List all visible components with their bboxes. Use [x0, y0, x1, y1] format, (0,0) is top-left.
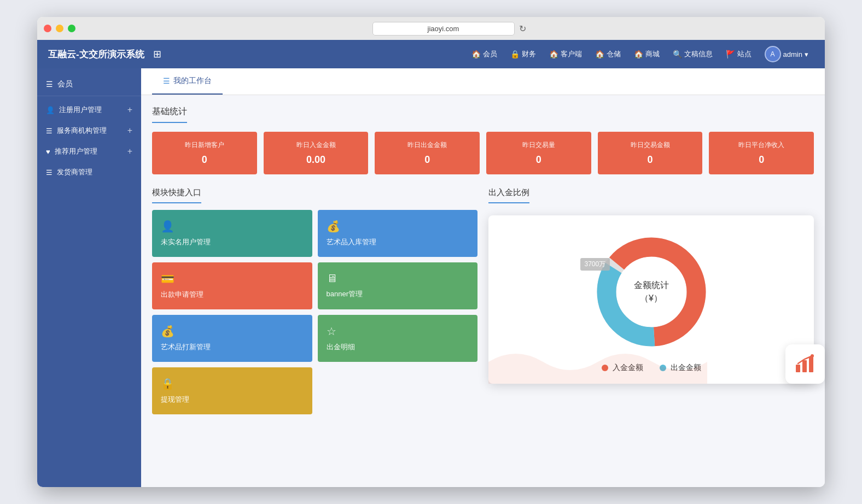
- sidebar-label-service: 服务商机构管理: [57, 126, 107, 136]
- section-title-basic: 基础统计: [152, 106, 187, 123]
- user-circle-icon: 👤: [161, 220, 174, 233]
- browser-close-btn[interactable]: [44, 25, 51, 32]
- quick-card-withdraw[interactable]: 🔒 提现管理: [152, 367, 312, 414]
- sidebar-item-service-org[interactable]: ☰ 服务商机构管理 +: [37, 120, 141, 141]
- quick-card-payment[interactable]: 💳 出款申请管理: [152, 262, 312, 309]
- grid-icon: ☰: [46, 127, 53, 135]
- stat-value-3: 0: [493, 154, 585, 166]
- sidebar-header: ☰ 会员: [37, 74, 141, 96]
- legend-label-outflow: 出金金额: [671, 363, 701, 373]
- stat-title-2: 昨日出金金额: [381, 140, 473, 150]
- content-area: ☰ 我的工作台 基础统计 昨日新增客户 0 昨日入金金额: [141, 68, 825, 487]
- nav-item-shop[interactable]: 🏠 商城: [628, 46, 665, 62]
- browser-maximize-btn[interactable]: [68, 25, 75, 32]
- stat-title-0: 昨日新增客户: [159, 140, 251, 150]
- svg-rect-5: [802, 360, 807, 372]
- sidebar-label-distributor: 发货商管理: [57, 167, 92, 177]
- legend-dot-inflow: [602, 365, 608, 371]
- plus-icon-service[interactable]: +: [127, 126, 132, 136]
- sidebar-item-recommend-user[interactable]: ♥ 推荐用户管理 +: [37, 141, 141, 162]
- quick-label-outflow-detail: 出金明细: [327, 342, 355, 352]
- nav-label-finance: 财务: [522, 49, 536, 59]
- coin2-icon: 💰: [161, 325, 174, 338]
- nav-item-member[interactable]: 🏠 会员: [466, 46, 503, 62]
- home-icon: 🏠: [471, 50, 481, 58]
- brand-title: 互融云-文交所演示系统: [48, 48, 144, 61]
- home4-icon: 🏠: [634, 50, 643, 58]
- pie-chart-wrapper: 金额统计（¥） 3700万: [591, 232, 712, 352]
- pie-chart-section: 出入金比例: [488, 187, 814, 414]
- quick-grid: 👤 未实名用户管理 💰 艺术品入库管理 💳 出款申请管理: [152, 210, 477, 414]
- nav-item-finance[interactable]: 🔒 财务: [505, 46, 541, 62]
- plus-icon-recommend[interactable]: +: [127, 146, 132, 156]
- stats-row: 昨日新增客户 0 昨日入金金额 0.00 昨日出金金额 0 昨日交易量: [152, 132, 814, 174]
- sidebar-item-distributor[interactable]: ☰ 发货商管理: [37, 162, 141, 183]
- floating-chart-button[interactable]: [785, 344, 825, 384]
- stat-title-3: 昨日交易量: [493, 140, 585, 150]
- lock2-icon: 🔒: [161, 377, 174, 390]
- browser-minimize-btn[interactable]: [56, 25, 63, 32]
- dashboard: 基础统计 昨日新增客户 0 昨日入金金额 0.00 昨日出金金额: [141, 95, 825, 487]
- sidebar-label-recommend: 推荐用户管理: [55, 146, 97, 156]
- address-bar: jiaoyi.com ↻: [80, 22, 818, 36]
- menu-icon: ☰: [46, 80, 53, 89]
- legend-dot-outflow: [660, 365, 666, 371]
- pie-label-3700: 3700万: [580, 258, 610, 271]
- plus-icon-register[interactable]: +: [127, 105, 132, 115]
- grid2-icon: ☰: [46, 168, 53, 177]
- star-icon: ☆: [327, 325, 336, 338]
- sidebar-label-register: 注册用户管理: [59, 105, 102, 115]
- stat-value-2: 0: [381, 154, 473, 166]
- top-navigation: 互融云-文交所演示系统 ⊞ 🏠 会员 🔒 财务 🏠 客户端 🏠 仓储: [37, 40, 825, 68]
- reload-button[interactable]: ↻: [519, 24, 526, 34]
- quick-label-payment: 出款申请管理: [161, 290, 203, 300]
- heart-icon: ♥: [46, 148, 50, 156]
- nav-item-docs[interactable]: 🔍 文稿信息: [667, 46, 718, 62]
- dropdown-icon: ▾: [805, 50, 808, 58]
- sidebar-item-register-user[interactable]: 👤 注册用户管理 +: [37, 99, 141, 120]
- tab-bar: ☰ 我的工作台: [141, 68, 825, 95]
- quick-card-artwork-in[interactable]: 💰 艺术品入库管理: [318, 210, 478, 257]
- nav-item-client[interactable]: 🏠 客户端: [544, 46, 587, 62]
- nav-label-member: 会员: [483, 49, 497, 59]
- username-label: admin: [783, 50, 802, 58]
- stat-title-5: 昨日平台净收入: [715, 140, 807, 150]
- nav-label-shop: 商城: [645, 49, 660, 59]
- quick-label-withdraw: 提现管理: [161, 395, 189, 405]
- stat-value-0: 0: [159, 154, 251, 166]
- monitor-icon: 🖥: [327, 272, 337, 285]
- sidebar-header-label: 会员: [57, 79, 73, 89]
- legend-outflow: 出金金额: [660, 363, 701, 373]
- sidebar: ☰ 会员 👤 注册用户管理 + ☰ 服务商机构管理 +: [37, 68, 141, 487]
- tab-label: 我的工作台: [173, 76, 212, 86]
- url-input[interactable]: jiaoyi.com: [372, 22, 515, 36]
- bar-chart-icon: [794, 353, 817, 376]
- expand-icon[interactable]: ⊞: [153, 48, 161, 60]
- search-icon: 🔍: [673, 50, 682, 58]
- pie-legend: 入金金额 出金金额: [602, 363, 701, 373]
- stat-value-5: 0: [715, 154, 807, 166]
- tab-workbench[interactable]: ☰ 我的工作台: [152, 68, 223, 95]
- tab-icon: ☰: [163, 77, 170, 85]
- quick-access-section: 模块快捷入口 👤 未实名用户管理 💰 艺术品入库管理: [152, 187, 477, 414]
- quick-card-unverified[interactable]: 👤 未实名用户管理: [152, 210, 312, 257]
- nav-item-warehouse[interactable]: 🏠 仓储: [590, 46, 626, 62]
- stat-title-1: 昨日入金金额: [270, 140, 362, 150]
- quick-card-artwork-new[interactable]: 💰 艺术品打新管理: [152, 315, 312, 362]
- stat-title-4: 昨日交易金额: [604, 140, 696, 150]
- pie-center-text: 金额统计（¥）: [634, 279, 669, 305]
- quick-label-artwork-in: 艺术品入库管理: [327, 237, 376, 247]
- quick-card-outflow-detail[interactable]: ☆ 出金明细: [318, 315, 478, 362]
- stat-new-customers: 昨日新增客户 0: [152, 132, 257, 174]
- stat-value-4: 0: [604, 154, 696, 166]
- nav-item-site[interactable]: 🚩 站点: [720, 46, 757, 62]
- home2-icon: 🏠: [549, 50, 558, 58]
- svg-rect-4: [796, 365, 800, 372]
- quick-label-banner: banner管理: [327, 289, 363, 299]
- svg-point-7: [811, 354, 814, 358]
- legend-inflow: 入金金额: [602, 363, 643, 373]
- pie-section-title: 出入金比例: [488, 187, 529, 203]
- top-nav-menu: 🏠 会员 🔒 财务 🏠 客户端 🏠 仓储 🏠 商城: [466, 43, 814, 66]
- quick-card-banner[interactable]: 🖥 banner管理: [318, 262, 478, 309]
- user-menu[interactable]: A admin ▾: [759, 43, 814, 66]
